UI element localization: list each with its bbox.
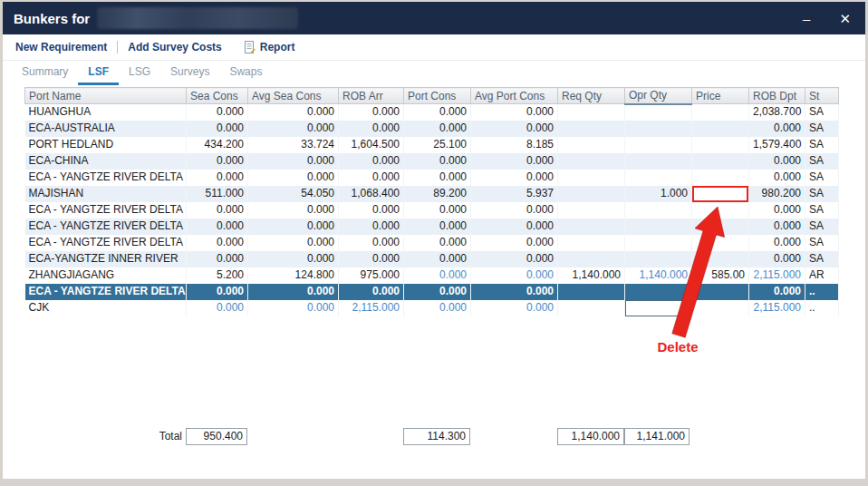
cell[interactable] [625,104,692,121]
table-row[interactable]: MAJISHAN511.00054.0501,068.40089.2005.93… [25,186,839,202]
table-row[interactable]: PORT HEDLAND434.20033.7241,604.50025.100… [25,137,839,153]
cell[interactable] [558,251,625,267]
cell[interactable]: .. [805,300,839,316]
cell[interactable] [558,137,625,153]
table-row[interactable]: ECA - YANGTZE RIVER DELTA0.0000.0000.000… [25,170,839,186]
cell[interactable]: 0.000 [248,219,339,235]
cell[interactable]: 0.000 [187,300,248,316]
column-header[interactable]: Port Name [25,88,187,104]
cell[interactable] [558,284,625,300]
cell[interactable]: 0.000 [471,235,558,251]
cell[interactable]: 0.000 [187,121,248,137]
cell[interactable]: .. [805,284,839,300]
total-opr-qty-field[interactable]: 1,141.000 [624,428,690,445]
cell[interactable]: 0.000 [339,104,404,121]
cell[interactable]: SA [805,251,839,267]
cell[interactable]: 0.000 [471,153,558,170]
table-row[interactable]: ECA-AUSTRALIA0.0000.0000.0000.0000.0000.… [25,121,839,137]
cell[interactable] [692,300,749,316]
cell[interactable]: 2,115.000 [339,300,404,316]
cell[interactable]: SA [805,235,839,251]
cell[interactable] [558,235,625,251]
cell[interactable]: 0.000 [248,202,339,219]
column-header[interactable]: Req Qty [558,88,625,104]
cell[interactable]: 0.000 [404,104,471,121]
cell[interactable]: 0.000 [187,219,248,235]
cell[interactable]: 980.200 [749,186,805,202]
cell[interactable] [625,300,692,316]
cell[interactable]: 0.000 [749,251,805,267]
port-name-cell[interactable]: ECA - YANGTZE RIVER DELTA [25,219,187,235]
cell[interactable]: 0.000 [339,251,404,267]
cell[interactable]: 0.000 [404,121,471,137]
cell[interactable]: 0.000 [471,121,558,137]
tab-surveys[interactable]: Surveys [160,61,219,85]
cell[interactable] [692,104,749,121]
cell[interactable]: 434.200 [187,137,248,153]
cell[interactable]: 0.000 [404,267,471,284]
cell[interactable]: 0.000 [248,104,339,121]
table-row[interactable]: ZHANGJIAGANG5.200124.800975.0000.0000.00… [25,267,839,284]
cell[interactable]: 8.185 [471,137,558,153]
cell[interactable] [692,251,749,267]
cell[interactable]: 0.000 [404,300,471,316]
cell[interactable]: 25.100 [404,137,471,153]
total-sea-cons-field[interactable]: 950.400 [186,428,247,445]
cell[interactable]: AR [805,267,839,284]
cell[interactable]: 2,115.000 [749,267,805,284]
report-link[interactable]: Report [260,41,295,53]
cell[interactable]: 1,068.400 [339,186,404,202]
cell[interactable] [625,137,692,153]
cell[interactable]: 0.000 [339,235,404,251]
cell[interactable] [625,202,692,219]
cell[interactable] [558,104,625,121]
cell[interactable]: 0.000 [187,251,248,267]
cell[interactable]: SA [805,186,839,202]
cell[interactable]: 0.000 [187,284,248,300]
cell[interactable]: 0.000 [471,104,558,121]
cell[interactable]: 0.000 [339,219,404,235]
tab-lsf[interactable]: LSF [78,61,119,85]
port-name-cell[interactable]: ECA - YANGTZE RIVER DELTA 10( [25,202,187,219]
column-header[interactable]: ROB Arr [339,88,404,104]
cell[interactable] [625,219,692,235]
cell[interactable]: 0.000 [404,170,471,186]
cell[interactable]: 0.000 [248,153,339,170]
cell[interactable]: 0.000 [404,219,471,235]
cell[interactable]: 0.000 [749,121,805,137]
cell[interactable] [558,121,625,137]
cell[interactable]: 1,140.000 [625,267,692,284]
port-name-cell[interactable]: ECA-CHINA [25,153,187,170]
column-header[interactable]: Port Cons [404,88,471,104]
close-button[interactable]: ✕ [839,12,851,25]
cell[interactable]: 2,038.700 [749,104,805,121]
total-port-cons-field[interactable]: 114.300 [403,428,470,445]
cell[interactable] [692,137,749,153]
cell[interactable]: 0.000 [187,235,248,251]
add-survey-costs-link[interactable]: Add Survey Costs [128,41,221,53]
cell[interactable]: SA [805,137,839,153]
cell[interactable]: SA [805,121,839,137]
cell[interactable]: 511.000 [187,186,248,202]
table-row[interactable]: ECA-YANGTZE INNER RIVER0.0000.0000.0000.… [25,251,839,267]
total-req-qty-field[interactable]: 1,140.000 [557,428,624,445]
cell[interactable]: 0.000 [749,235,805,251]
cell[interactable]: SA [805,153,839,170]
table-row[interactable]: HUANGHUA0.0000.0000.0000.0000.0002,038.7… [25,104,839,121]
cell[interactable]: 0.000 [471,267,558,284]
column-header[interactable]: Sea Cons [187,88,248,104]
port-name-cell[interactable]: MAJISHAN [25,186,187,202]
cell[interactable] [692,153,749,170]
cell[interactable]: 0.000 [749,219,805,235]
cell[interactable]: 124.800 [248,267,339,284]
cell[interactable] [692,121,749,137]
table-row[interactable]: ECA-CHINA0.0000.0000.0000.0000.0000.000S… [25,153,839,170]
cell[interactable] [558,186,625,202]
cell[interactable] [625,153,692,170]
cell[interactable] [692,235,749,251]
cell[interactable] [692,170,749,186]
column-header[interactable]: Opr Qty [625,88,692,104]
port-name-cell[interactable]: ECA - YANGTZE RIVER DELTA 10( [25,284,187,300]
cell[interactable]: 0.000 [471,170,558,186]
cell[interactable]: 5.200 [187,267,248,284]
